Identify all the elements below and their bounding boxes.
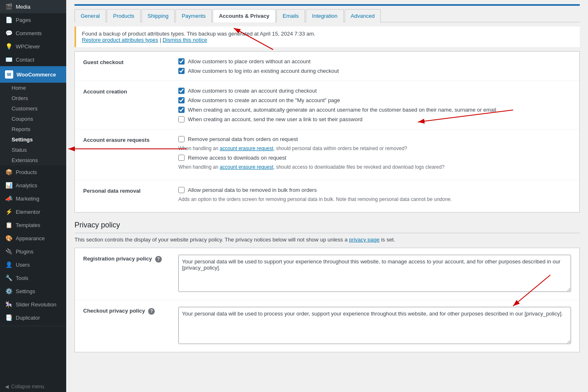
sidebar-item-users[interactable]: 👤 Users bbox=[0, 258, 66, 271]
sidebar-item-elementor[interactable]: ⚡ Elementor bbox=[0, 205, 66, 218]
sidebar-item-contact[interactable]: ✉️ Contact bbox=[0, 53, 66, 66]
checkbox-row-bulk-remove: Allow personal data to be removed in bul… bbox=[178, 187, 571, 193]
sidebar-item-settings-main[interactable]: ⚙️ Settings bbox=[0, 284, 66, 298]
personal-data-options: Allow personal data to be removed in bul… bbox=[178, 187, 571, 206]
woocommerce-menu-header[interactable]: W WooCommerce bbox=[0, 66, 66, 83]
sidebar-item-status[interactable]: Status bbox=[0, 145, 66, 155]
slider-icon: 🎠 bbox=[5, 301, 12, 308]
products-icon: 📦 bbox=[5, 169, 12, 175]
erasure-request-link-1[interactable]: account erasure request bbox=[220, 146, 273, 151]
sidebar-item-extensions[interactable]: Extensions bbox=[0, 155, 66, 165]
sidebar-item-wpclever[interactable]: 💡 WPClever bbox=[0, 40, 66, 53]
guest-checkout-options: Allow customers to place orders without … bbox=[178, 58, 571, 74]
checkout-privacy-content: Your personal data will be used to proce… bbox=[178, 307, 571, 345]
checkbox-row-remove-personal: Remove personal data from orders on requ… bbox=[178, 136, 571, 142]
checkbox-remove-personal[interactable] bbox=[178, 136, 185, 142]
privacy-policy-heading: Privacy policy bbox=[74, 221, 580, 233]
sidebar: 🎬 Media 📄 Pages 💬 Comments 💡 WPClever ✉️… bbox=[0, 0, 66, 392]
sidebar-item-products[interactable]: 📦 Products bbox=[0, 165, 66, 179]
checkbox-send-password-label: When creating an account, send the new u… bbox=[188, 116, 362, 122]
sidebar-item-tools[interactable]: 🔧 Tools bbox=[0, 271, 66, 284]
sidebar-item-reports[interactable]: Reports bbox=[0, 124, 66, 134]
sidebar-item-marketing[interactable]: 📣 Marketing bbox=[0, 192, 66, 205]
restore-link[interactable]: Restore product attributes types bbox=[82, 37, 158, 43]
checkbox-row-create-checkout: Allow customers to create an account dur… bbox=[178, 88, 571, 94]
users-icon: 👤 bbox=[5, 261, 12, 268]
account-erasure-options: Remove personal data from orders on requ… bbox=[178, 136, 571, 173]
settings-tabs: General Products Shipping Payments Accou… bbox=[74, 9, 580, 22]
backup-notice: Found a backup of product attributes typ… bbox=[74, 26, 580, 47]
settings-icon: ⚙️ bbox=[5, 288, 12, 294]
tab-emails[interactable]: Emails bbox=[276, 9, 305, 22]
checkbox-guest-place[interactable] bbox=[178, 58, 185, 65]
checkbox-guest-login[interactable] bbox=[178, 68, 185, 74]
account-erasure-label: Account erasure requests bbox=[83, 136, 178, 143]
privacy-settings-form: Registration privacy policy ? Your perso… bbox=[74, 248, 580, 352]
collapse-menu-button[interactable]: ◀ Collapse menu bbox=[0, 381, 66, 392]
woo-icon: W bbox=[5, 70, 13, 79]
notice-text: Found a backup of product attributes typ… bbox=[82, 31, 315, 37]
checkbox-remove-personal-label: Remove personal data from orders on requ… bbox=[188, 136, 298, 142]
tab-accounts-privacy[interactable]: Accounts & Privacy bbox=[213, 9, 276, 22]
checkout-privacy-label: Checkout privacy policy ? bbox=[83, 307, 178, 315]
sidebar-item-plugins[interactable]: 🔌 Plugins bbox=[0, 245, 66, 258]
sidebar-item-duplicator[interactable]: 📑 Duplicator bbox=[0, 311, 66, 324]
sidebar-item-coupons[interactable]: Coupons bbox=[0, 114, 66, 124]
registration-privacy-textarea[interactable]: Your personal data will be used to suppo… bbox=[178, 255, 571, 292]
sidebar-item-appearance[interactable]: 🎨 Appearance bbox=[0, 232, 66, 245]
tab-integration[interactable]: Integration bbox=[306, 9, 343, 22]
checkbox-create-checkout-label: Allow customers to create an account dur… bbox=[188, 88, 317, 94]
checkbox-guest-login-label: Allow customers to log into an existing … bbox=[188, 68, 339, 74]
checkout-help-icon[interactable]: ? bbox=[148, 308, 155, 315]
checkbox-bulk-remove-label: Allow personal data to be removed in bul… bbox=[188, 187, 317, 193]
registration-privacy-row: Registration privacy policy ? Your perso… bbox=[75, 248, 579, 300]
checkbox-auto-username-label: When creating an account, automatically … bbox=[188, 107, 496, 113]
sidebar-divider bbox=[0, 326, 66, 326]
registration-help-icon[interactable]: ? bbox=[155, 256, 162, 263]
sidebar-item-settings[interactable]: Settings bbox=[0, 134, 66, 145]
sidebar-item-slider-revolution[interactable]: 🎠 Slider Revolution bbox=[0, 298, 66, 311]
tools-icon: 🔧 bbox=[5, 275, 12, 281]
sidebar-item-orders[interactable]: Orders bbox=[0, 93, 66, 103]
dismiss-link[interactable]: Dismiss this notice bbox=[163, 37, 207, 43]
erasure-request-link-2[interactable]: account erasure request bbox=[220, 164, 273, 170]
sidebar-item-comments[interactable]: 💬 Comments bbox=[0, 26, 66, 40]
sidebar-item-home[interactable]: Home bbox=[0, 83, 66, 93]
checkbox-create-checkout[interactable] bbox=[178, 88, 185, 94]
sidebar-item-pages[interactable]: 📄 Pages bbox=[0, 13, 66, 26]
bulk-remove-helper: Adds an option to the orders screen for … bbox=[178, 196, 571, 202]
checkbox-bulk-remove[interactable] bbox=[178, 187, 185, 193]
woocommerce-submenu: Home Orders Customers Coupons Reports Se… bbox=[0, 83, 66, 165]
account-creation-row: Account creation Allow customers to crea… bbox=[75, 81, 579, 129]
account-creation-options: Allow customers to create an account dur… bbox=[178, 88, 571, 122]
remove-downloads-helper: When handling an account erasure request… bbox=[178, 164, 571, 170]
tab-shipping[interactable]: Shipping bbox=[142, 9, 175, 22]
tab-general[interactable]: General bbox=[74, 9, 106, 22]
tab-payments[interactable]: Payments bbox=[175, 9, 212, 22]
analytics-icon: 📊 bbox=[5, 182, 12, 189]
comments-icon: 💬 bbox=[5, 30, 12, 36]
account-creation-label: Account creation bbox=[83, 88, 178, 95]
checkbox-guest-place-label: Allow customers to place orders without … bbox=[188, 58, 310, 65]
checkbox-create-myaccount[interactable] bbox=[178, 97, 185, 103]
content-wrapper: General Products Shipping Payments Accou… bbox=[66, 0, 588, 392]
sidebar-item-analytics[interactable]: 📊 Analytics bbox=[0, 179, 66, 192]
checkbox-row-create-myaccount: Allow customers to create an account on … bbox=[178, 97, 571, 103]
checkbox-auto-username[interactable] bbox=[178, 107, 185, 113]
sidebar-item-media[interactable]: 🎬 Media bbox=[0, 0, 66, 13]
checkout-privacy-row: Checkout privacy policy ? Your personal … bbox=[75, 300, 579, 352]
registration-privacy-label: Registration privacy policy ? bbox=[83, 255, 178, 263]
sidebar-item-templates[interactable]: 📋 Templates bbox=[0, 218, 66, 232]
templates-icon: 📋 bbox=[5, 222, 12, 228]
elementor-icon: ⚡ bbox=[5, 208, 12, 215]
checkout-privacy-textarea[interactable]: Your personal data will be used to proce… bbox=[178, 307, 571, 344]
sidebar-item-customers[interactable]: Customers bbox=[0, 103, 66, 114]
tab-products[interactable]: Products bbox=[107, 9, 140, 22]
wpclever-icon: 💡 bbox=[5, 43, 12, 50]
checkbox-send-password[interactable] bbox=[178, 116, 185, 122]
personal-data-label: Personal data removal bbox=[83, 187, 178, 194]
privacy-page-link[interactable]: privacy page bbox=[349, 237, 380, 243]
checkbox-remove-downloads[interactable] bbox=[178, 155, 185, 161]
tab-advanced[interactable]: Advanced bbox=[345, 9, 381, 22]
checkbox-row-auto-username: When creating an account, automatically … bbox=[178, 107, 571, 113]
